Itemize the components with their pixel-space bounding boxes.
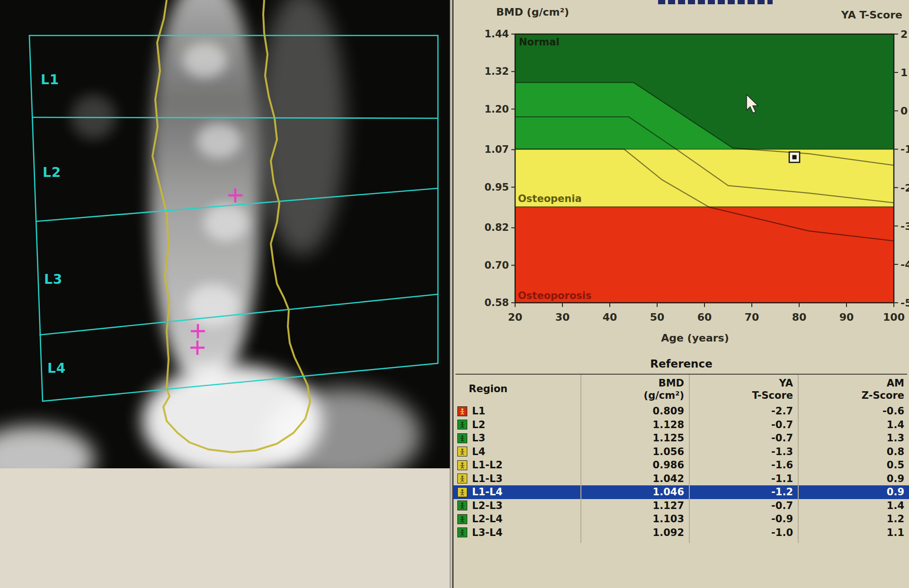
reference-table-title: Reference	[454, 358, 909, 370]
column-header-am-zscore: AMZ-Score	[798, 377, 904, 402]
y-axis-tick-label: 0.70	[484, 260, 509, 271]
roi-cut-line-l2-l3[interactable]	[36, 188, 438, 221]
region-cell: L1-L4	[472, 486, 503, 498]
x-axis-tick-label: 40	[603, 311, 617, 323]
column-header-bmd: BMD(g/cm²)	[580, 377, 684, 402]
tscore-axis-tick-label: -5	[900, 297, 909, 309]
tscore-cell: -0.7	[689, 500, 798, 511]
region-status-icon	[457, 433, 467, 443]
x-axis-tick-label: 90	[839, 311, 854, 323]
region-status-icon	[457, 474, 467, 483]
roi-cut-line-l3-l4[interactable]	[39, 294, 438, 335]
table-row-l2[interactable]: L21.128-0.71.4	[454, 418, 909, 432]
bmd-cell: 1.046	[580, 486, 689, 498]
zone-label-normal: Normal	[519, 36, 560, 48]
table-row-l1-l4[interactable]: L1-L41.046-1.20.9	[454, 485, 909, 499]
tscore-cell: -1.1	[689, 473, 798, 484]
x-axis-tick-label: 20	[508, 311, 523, 323]
table-header-row: Region BMD(g/cm²) YAT-Score AMZ-Score	[454, 376, 909, 404]
table-row-l3-l4[interactable]: L3-L41.092-1.01.1	[454, 526, 909, 540]
x-axis-tick-label: 50	[650, 311, 665, 323]
tscore-axis-tick-label: 2	[900, 28, 908, 40]
roi-label-l3: L3	[44, 272, 62, 287]
bmd-cell: 1.103	[580, 513, 689, 525]
zscore-cell: 1.1	[798, 527, 909, 538]
region-cell: L1	[472, 405, 485, 417]
patient-data-marker-dot	[793, 155, 797, 159]
dexa-application-window: L1L2L3L4 Image not for diagnosis BMD (g/…	[0, 0, 909, 588]
tscore-cell: -0.9	[689, 513, 798, 525]
y-axis-tick-label: 0.58	[484, 297, 509, 308]
y-axis-tick-label: 0.95	[484, 182, 509, 193]
region-cell: L2-L3	[472, 500, 503, 511]
bmd-cell: 1.125	[580, 432, 689, 444]
bmd-reference-chart: NormalOsteopeniaOsteoporosis1.441.321.20…	[454, 0, 909, 350]
region-status-icon	[457, 406, 467, 416]
tscore-axis-tick-label: -4	[900, 259, 909, 271]
bmd-cell: 1.127	[580, 500, 689, 511]
zscore-cell: 1.4	[798, 500, 909, 511]
region-cell: L1-L2	[472, 459, 503, 471]
table-row-l2-l4[interactable]: L2-L41.103-0.91.2	[454, 512, 909, 526]
table-row-l1[interactable]: L10.809-2.7-0.6	[454, 404, 909, 418]
roi-label-l2: L2	[43, 165, 61, 180]
y-axis-tick-label: 1.44	[484, 28, 509, 40]
column-header-region: Region	[469, 383, 508, 395]
zscore-cell: 0.8	[798, 446, 909, 457]
reference-pane: BMD (g/cm²) YA T-Score NormalOsteopeniaO…	[454, 0, 909, 588]
y-axis-tick-label: 1.20	[484, 104, 509, 115]
spine-scan-image: L1L2L3L4	[0, 0, 450, 468]
region-status-icon	[457, 527, 467, 537]
tscore-cell: -0.7	[689, 419, 798, 430]
bmd-cell: 1.056	[580, 446, 689, 457]
zscore-cell: -0.6	[798, 405, 909, 417]
tscore-cell: -1.3	[689, 446, 798, 457]
region-cell: L3	[472, 432, 485, 444]
tscore-axis-tick-label: 1	[900, 67, 908, 79]
zscore-cell: 1.4	[798, 419, 909, 430]
region-cell: L3-L4	[472, 527, 503, 538]
region-status-icon	[457, 447, 467, 456]
table-body: L10.809-2.7-0.6L21.128-0.71.4L31.125-0.7…	[454, 404, 909, 539]
table-row-l4[interactable]: L41.056-1.30.8	[454, 445, 909, 459]
x-axis-tick-label: 60	[697, 311, 712, 323]
region-cell: L1-L3	[472, 473, 503, 484]
region-status-icon	[457, 500, 467, 510]
pane-divider[interactable]	[450, 0, 454, 588]
y-axis-tick-label: 0.82	[484, 222, 509, 233]
zscore-cell: 1.3	[798, 432, 909, 444]
x-axis-tick-label: 100	[883, 311, 905, 323]
tscore-cell: -1.0	[689, 527, 798, 538]
tscore-axis-tick-label: -1	[900, 143, 909, 155]
table-row-l1-l2[interactable]: L1-L20.986-1.60.5	[454, 458, 909, 472]
zone-osteoporosis	[515, 207, 894, 303]
table-row-l1-l3[interactable]: L1-L31.042-1.10.9	[454, 472, 909, 486]
zone-label-osteopenia: Osteopenia	[518, 193, 582, 204]
tscore-cell: -2.7	[689, 405, 798, 417]
region-cell: L2	[472, 419, 485, 430]
table-title-rule	[455, 374, 907, 375]
bmd-cell: 1.042	[580, 473, 689, 484]
y-axis-tick-label: 1.07	[484, 144, 509, 155]
roi-boundary-box[interactable]	[29, 35, 438, 401]
tscore-cell: -0.7	[689, 432, 798, 444]
table-row-l3[interactable]: L31.125-0.71.3	[454, 431, 909, 445]
tscore-cell: -1.6	[689, 459, 798, 471]
region-status-icon	[457, 460, 467, 470]
region-status-icon	[457, 514, 467, 524]
roi-cut-line-l1-l2[interactable]	[32, 117, 438, 118]
spine-contour-outline	[152, 0, 310, 452]
region-cell: L2-L4	[472, 513, 503, 525]
x-axis-title: Age (years)	[661, 332, 729, 344]
bmd-cell: 1.092	[580, 527, 689, 538]
tscore-cell: -1.2	[689, 486, 798, 498]
region-status-icon	[457, 487, 467, 497]
zone-label-osteoporosis: Osteoporosis	[518, 290, 592, 301]
zscore-cell: 1.2	[798, 513, 909, 525]
zscore-cell: 0.5	[798, 459, 909, 471]
column-header-ya-tscore: YAT-Score	[689, 377, 793, 402]
x-axis-tick-label: 30	[555, 311, 570, 323]
x-axis-tick-label: 70	[745, 311, 759, 323]
bmd-cell: 0.986	[580, 459, 689, 471]
table-row-l2-l3[interactable]: L2-L31.127-0.71.4	[454, 499, 909, 513]
